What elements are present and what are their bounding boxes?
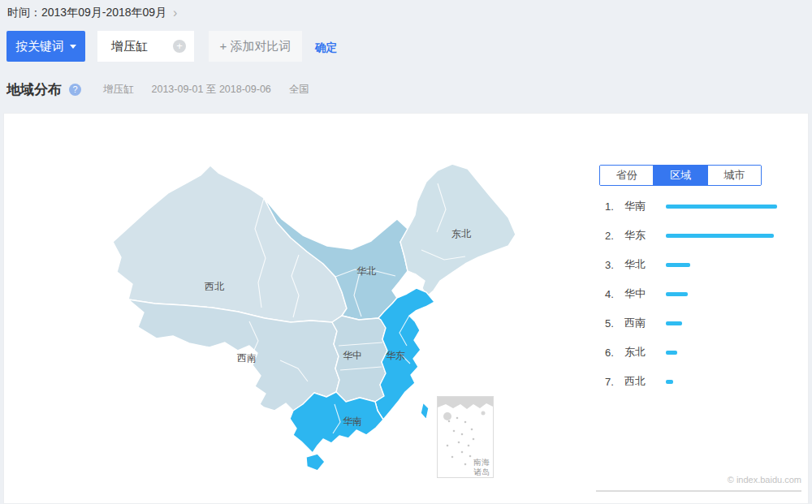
rank-row: 4.华中: [605, 279, 805, 308]
rank-row: 7.西北: [605, 367, 805, 396]
confirm-link[interactable]: 确定: [315, 41, 337, 55]
tab-province[interactable]: 省份: [600, 166, 653, 185]
keyword-mode-button[interactable]: 按关键词: [6, 31, 85, 62]
keyword-value: 增压缸: [111, 39, 148, 54]
tab-city[interactable]: 城市: [707, 166, 761, 185]
rank-row: 2.华东: [605, 221, 805, 250]
map-label-huanan: 华南: [343, 416, 362, 427]
map-island-taiwan[interactable]: [421, 403, 429, 420]
map-island-hainan[interactable]: [306, 454, 325, 471]
region-ranking-list: 1.华南2.华东3.华北4.华中5.西南6.东北7.西北: [600, 192, 805, 396]
keyword-mode-label: 按关键词: [15, 39, 64, 54]
section-keyword: 增压缸: [103, 83, 134, 97]
baidu-index-page: { "colors": { "accent": "#3677f0", "bar"…: [0, 0, 812, 504]
rank-number: 7.: [605, 376, 618, 388]
region-name: 西北: [624, 374, 646, 389]
map-label-huazhong: 华中: [343, 350, 362, 361]
caret-down-icon: [70, 45, 76, 52]
inset-island: [443, 412, 451, 420]
section-title: 地域分布: [6, 80, 62, 99]
inset-label-line2: 诸岛: [473, 467, 490, 476]
region-bar: [666, 234, 774, 238]
copyright: © index.baidu.com: [596, 475, 801, 485]
rank-number: 3.: [605, 259, 618, 271]
granularity-tabs: 省份区域城市: [599, 165, 762, 186]
south-china-sea-inset: 南海 诸岛: [437, 396, 494, 478]
region-name: 华中: [624, 286, 646, 301]
chevron-right-icon[interactable]: ›: [173, 7, 177, 19]
section-scope: 全国: [289, 83, 309, 97]
rank-row: 5.西南: [605, 308, 805, 338]
map-label-huabei: 华北: [356, 265, 376, 277]
map-label-dongbei: 东北: [451, 228, 471, 239]
inset-island: [482, 411, 486, 416]
region-name: 华北: [624, 257, 646, 272]
add-circle-icon[interactable]: +: [173, 40, 186, 53]
time-label: 时间：2013年09月-2018年09月: [7, 6, 166, 20]
map-label-huadong: 华东: [386, 350, 405, 361]
rank-number: 6.: [605, 347, 618, 359]
rank-number: 2.: [605, 230, 618, 242]
add-compare-button[interactable]: + 添加对比词: [209, 31, 302, 62]
rank-number: 4.: [605, 288, 618, 300]
tab-region[interactable]: 区域: [653, 166, 706, 185]
keyword-input[interactable]: 增压缸 +: [97, 31, 194, 62]
map-label-xinan: 西南: [237, 352, 257, 364]
inset-coast: [438, 397, 493, 409]
region-bar: [666, 351, 677, 355]
region-bar: [666, 292, 688, 296]
region-name: 华东: [624, 228, 646, 243]
help-icon[interactable]: ?: [69, 84, 81, 96]
rank-row: 1.华南: [605, 192, 805, 221]
section-header: 地域分布 ? 增压缸 2013-09-01 至 2018-09-06 全国: [6, 80, 309, 99]
footer-divider[interactable]: [596, 490, 801, 492]
inset-island-dots: [447, 417, 477, 466]
region-bar: [666, 205, 777, 209]
rank-row: 6.东北: [605, 338, 805, 367]
region-name: 华南: [624, 199, 646, 213]
inset-map: 南海 诸岛: [438, 397, 493, 477]
time-filter-row: 时间：2013年09月-2018年09月 ›: [7, 6, 177, 20]
rank-number: 1.: [605, 200, 618, 213]
region-bar: [666, 321, 682, 325]
rank-number: 5.: [605, 317, 618, 330]
region-distribution-panel: 东北 华北 西北 西南 华中 华东 华南 南海 诸岛 省份区域城市 1.华南2.…: [3, 113, 809, 504]
region-bar: [666, 380, 673, 384]
rank-row: 3.华北: [605, 250, 805, 279]
map-label-xibei: 西北: [205, 281, 224, 292]
inset-label-line1: 南海: [473, 458, 490, 467]
region-name: 东北: [624, 345, 646, 360]
region-name: 西南: [624, 316, 646, 330]
section-date-range: 2013-09-01 至 2018-09-06: [152, 83, 271, 97]
region-bar: [666, 263, 690, 267]
